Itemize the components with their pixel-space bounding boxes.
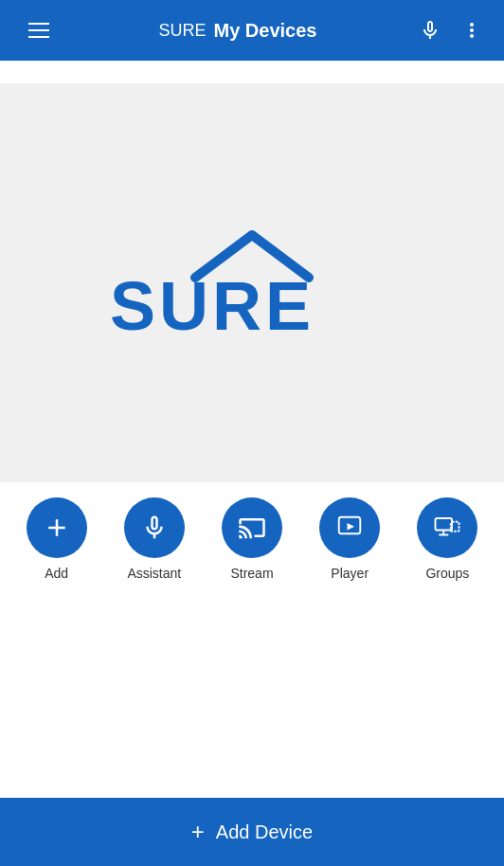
logo-container: SURE: [100, 221, 404, 344]
groups-icon: [433, 514, 461, 542]
action-groups[interactable]: Groups: [399, 497, 496, 581]
player-label: Player: [331, 566, 369, 581]
hamburger-menu-icon: [21, 15, 57, 45]
assistant-mic-icon: [140, 514, 169, 542]
action-stream[interactable]: Stream: [203, 497, 300, 581]
header-right-icons: [413, 13, 489, 47]
app-name: SURE: [159, 21, 207, 41]
menu-button[interactable]: [15, 9, 63, 51]
assistant-label: Assistant: [127, 566, 181, 581]
assistant-circle: [124, 497, 185, 558]
action-add[interactable]: Add: [8, 497, 105, 581]
plus-icon: [43, 514, 71, 542]
more-button[interactable]: [455, 13, 489, 47]
action-player[interactable]: Player: [301, 497, 399, 581]
mic-icon: [419, 19, 441, 42]
groups-circle: [417, 497, 477, 558]
sure-logo: SURE: [100, 221, 404, 344]
svg-marker-2: [348, 523, 355, 531]
page-title: My Devices: [214, 20, 317, 42]
play-icon: [335, 514, 364, 542]
svg-text:SURE: SURE: [110, 268, 315, 344]
mic-button[interactable]: [413, 13, 447, 47]
top-stripe: [0, 61, 504, 83]
action-assistant[interactable]: Assistant: [105, 497, 203, 581]
add-label: Add: [45, 566, 68, 581]
action-bar: Add Assistant Stream Player: [0, 481, 504, 588]
groups-label: Groups: [425, 566, 469, 581]
stream-label: Stream: [230, 566, 273, 581]
add-device-label: Add Device: [216, 821, 313, 843]
add-device-button[interactable]: + Add Device: [0, 798, 504, 866]
svg-rect-3: [436, 518, 453, 531]
more-vertical-icon: [460, 19, 483, 42]
header-title-group: SURE My Devices: [159, 20, 317, 42]
add-circle: [27, 497, 87, 558]
add-device-plus-icon: +: [191, 821, 205, 843]
hero-section: SURE: [0, 83, 504, 481]
cast-icon: [238, 514, 266, 542]
stream-circle: [222, 497, 282, 558]
header: SURE My Devices: [0, 0, 504, 61]
player-circle: [319, 497, 380, 558]
content-area: [0, 588, 504, 778]
